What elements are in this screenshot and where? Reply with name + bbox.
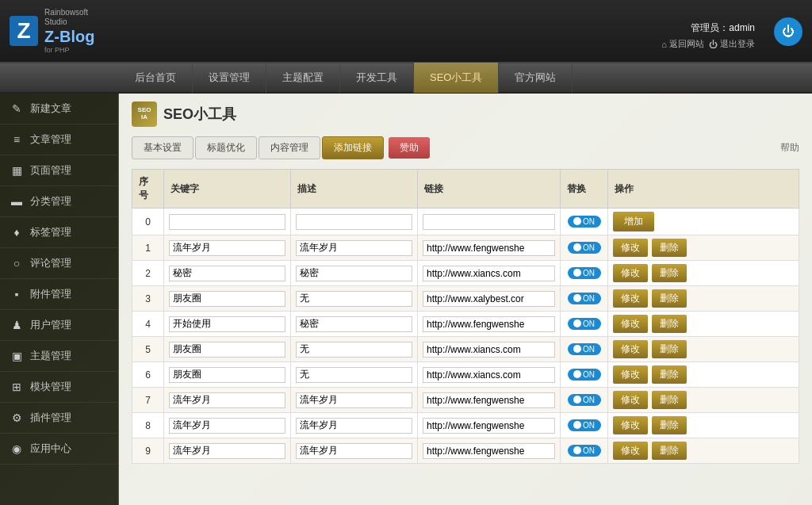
- nav-tab-home[interactable]: 后台首页: [119, 63, 193, 93]
- toggle-button[interactable]: ON: [568, 343, 601, 355]
- cell-link[interactable]: [418, 312, 561, 337]
- return-site-link[interactable]: ⌂ 返回网站: [661, 38, 704, 50]
- cell-link[interactable]: [418, 261, 561, 286]
- sidebar-item-appstore[interactable]: ◉ 应用中心: [0, 434, 118, 465]
- desc-input[interactable]: [296, 443, 412, 459]
- cell-link[interactable]: [418, 413, 561, 438]
- sidebar-item-users[interactable]: ♟ 用户管理: [0, 310, 118, 341]
- cell-toggle[interactable]: ON: [561, 312, 608, 337]
- toggle-button[interactable]: ON: [568, 394, 601, 406]
- cell-desc[interactable]: [291, 438, 418, 464]
- cell-toggle[interactable]: ON: [561, 286, 608, 312]
- keyword-input[interactable]: [169, 418, 285, 434]
- desc-input[interactable]: [296, 316, 412, 332]
- link-input[interactable]: [423, 214, 555, 230]
- link-input[interactable]: [423, 316, 555, 332]
- delete-button[interactable]: 删除: [652, 442, 687, 460]
- toggle-button[interactable]: ON: [568, 242, 601, 254]
- tab-basic-settings[interactable]: 基本设置: [132, 136, 193, 159]
- help-label[interactable]: 帮助: [780, 141, 799, 155]
- desc-input[interactable]: [296, 266, 412, 281]
- cell-desc[interactable]: [291, 413, 418, 438]
- cell-toggle[interactable]: ON: [561, 388, 608, 413]
- tab-add-link[interactable]: 添加链接: [322, 136, 384, 159]
- tab-title-optimize[interactable]: 标题优化: [195, 136, 257, 159]
- sidebar-item-attachments[interactable]: ▪ 附件管理: [0, 279, 118, 310]
- cell-keyword[interactable]: [164, 312, 291, 337]
- edit-button[interactable]: 修改: [613, 391, 648, 409]
- cell-toggle[interactable]: ON: [561, 337, 608, 362]
- delete-button[interactable]: 删除: [652, 315, 687, 333]
- add-button[interactable]: 增加: [613, 212, 654, 231]
- keyword-input[interactable]: [169, 392, 285, 408]
- cell-link[interactable]: [418, 286, 561, 312]
- keyword-input[interactable]: [169, 342, 285, 358]
- toggle-button[interactable]: ON: [568, 318, 601, 330]
- cell-desc[interactable]: [291, 261, 418, 286]
- nav-tab-theme[interactable]: 主题配置: [266, 63, 340, 93]
- toggle-button[interactable]: ON: [568, 267, 601, 279]
- cell-keyword[interactable]: [164, 413, 291, 438]
- keyword-input[interactable]: [169, 316, 285, 332]
- desc-input[interactable]: [296, 418, 412, 434]
- link-input[interactable]: [423, 443, 555, 459]
- delete-button[interactable]: 删除: [652, 264, 687, 282]
- toggle-button[interactable]: ON: [568, 293, 601, 304]
- edit-button[interactable]: 修改: [613, 315, 648, 333]
- edit-button[interactable]: 修改: [613, 340, 648, 358]
- link-input[interactable]: [423, 367, 555, 383]
- cell-keyword[interactable]: [164, 209, 291, 235]
- cell-desc[interactable]: [291, 337, 418, 362]
- link-input[interactable]: [423, 342, 555, 358]
- delete-button[interactable]: 删除: [652, 239, 687, 257]
- power-button[interactable]: ⏻: [774, 17, 802, 46]
- cell-toggle[interactable]: ON: [561, 413, 608, 438]
- toggle-button[interactable]: ON: [568, 216, 601, 228]
- edit-button[interactable]: 修改: [613, 264, 648, 282]
- edit-button[interactable]: 修改: [613, 239, 648, 257]
- sidebar-item-themes[interactable]: ▣ 主题管理: [0, 341, 118, 372]
- nav-tab-official[interactable]: 官方网站: [499, 63, 573, 93]
- logout-link[interactable]: ⏻ 退出登录: [709, 38, 755, 50]
- sidebar-item-modules[interactable]: ⊞ 模块管理: [0, 372, 118, 403]
- nav-tab-seo[interactable]: SEO小工具: [414, 63, 499, 93]
- desc-input[interactable]: [296, 392, 412, 408]
- delete-button[interactable]: 删除: [652, 289, 687, 308]
- cell-keyword[interactable]: [164, 388, 291, 413]
- cell-toggle[interactable]: ON: [561, 362, 608, 388]
- sidebar-item-tags[interactable]: ♦ 标签管理: [0, 217, 118, 248]
- cell-desc[interactable]: [291, 362, 418, 388]
- nav-tab-settings[interactable]: 设置管理: [193, 63, 266, 93]
- tab-content-manage[interactable]: 内容管理: [259, 136, 320, 159]
- cell-link[interactable]: [418, 388, 561, 413]
- cell-keyword[interactable]: [164, 261, 291, 286]
- delete-button[interactable]: 删除: [652, 391, 687, 409]
- sidebar-item-categories[interactable]: ▬ 分类管理: [0, 186, 118, 217]
- delete-button[interactable]: 删除: [652, 340, 687, 358]
- cell-toggle[interactable]: ON: [561, 261, 608, 286]
- cell-link[interactable]: [418, 438, 561, 464]
- toggle-button[interactable]: ON: [568, 445, 601, 457]
- sidebar-item-posts[interactable]: ≡ 文章管理: [0, 124, 118, 155]
- cell-link[interactable]: [418, 362, 561, 388]
- cell-toggle[interactable]: ON: [561, 209, 608, 235]
- sidebar-item-pages[interactable]: ▦ 页面管理: [0, 155, 118, 186]
- cell-keyword[interactable]: [164, 286, 291, 312]
- keyword-input[interactable]: [169, 291, 285, 307]
- toggle-button[interactable]: ON: [568, 369, 601, 381]
- sidebar-item-new-post[interactable]: ✎ 新建文章: [0, 94, 118, 124]
- delete-button[interactable]: 删除: [652, 416, 687, 434]
- keyword-input[interactable]: [169, 367, 285, 383]
- cell-keyword[interactable]: [164, 337, 291, 362]
- cell-desc[interactable]: [291, 209, 418, 235]
- link-input[interactable]: [423, 291, 555, 307]
- cell-link[interactable]: [418, 209, 561, 235]
- cell-keyword[interactable]: [164, 362, 291, 388]
- edit-button[interactable]: 修改: [613, 289, 648, 308]
- edit-button[interactable]: 修改: [613, 416, 648, 434]
- link-input[interactable]: [423, 392, 555, 408]
- cell-desc[interactable]: [291, 388, 418, 413]
- keyword-input[interactable]: [169, 443, 285, 459]
- tab-sponsor[interactable]: 赞助: [389, 137, 430, 159]
- sidebar-item-plugins[interactable]: ⚙ 插件管理: [0, 403, 118, 434]
